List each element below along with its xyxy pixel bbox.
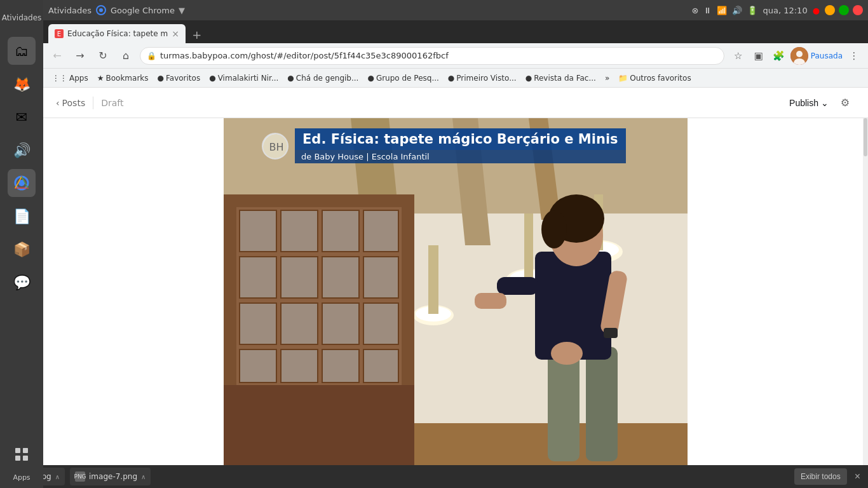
star-button[interactable]: ☆: [729, 47, 747, 65]
author-avatar: BH: [262, 133, 288, 159]
svg-rect-32: [363, 210, 398, 252]
browser-name: Google Chrome: [111, 6, 175, 15]
screenshot-button[interactable]: ▣: [750, 47, 768, 65]
title-bar: Atividades Google Chrome ▼ ⊗ ⏸ 📶 🔊 🔋 qua…: [43, 0, 868, 20]
svg-rect-56: [604, 328, 618, 338]
bookmarks-bar: ⋮⋮ Apps ★ Bookmarks ● Favoritos ● Vimala…: [43, 69, 868, 88]
reload-button[interactable]: ↻: [94, 47, 112, 65]
svg-point-51: [541, 210, 567, 248]
svg-rect-5: [23, 456, 28, 461]
writer-icon[interactable]: 📄: [8, 202, 36, 230]
post-featured-image: [224, 118, 688, 480]
svg-rect-33: [240, 257, 276, 298]
taskbar: Atividades 🗂 🦊 ✉ 🔊 📄 📦: [0, 0, 43, 488]
post-header-overlay: BH Ed. Física: tapete mágico Berçário e …: [224, 123, 688, 163]
svg-rect-44: [363, 349, 398, 383]
tab-title: Educação Física: tapete m: [67, 29, 168, 38]
bookmarks-bookmarks[interactable]: ★ Bookmarks: [93, 72, 153, 84]
svg-rect-47: [586, 347, 618, 461]
posts-back-link[interactable]: ‹ Posts: [56, 98, 85, 108]
svg-rect-35: [322, 257, 359, 298]
editor-body: BH Ed. Física: tapete mágico Berçário e …: [43, 118, 868, 488]
svg-rect-43: [322, 349, 359, 383]
bookmarks-primeiro[interactable]: ● Primeiro Visto...: [444, 72, 520, 84]
svg-rect-38: [281, 303, 318, 344]
bookmarks-grupo[interactable]: ● Grupo de Pesq...: [363, 72, 442, 84]
forward-button[interactable]: →: [71, 47, 89, 65]
address-bar: ← → ↻ ⌂ 🔒 turmas.babypoa.com/ghost/#/edi…: [43, 43, 868, 69]
svg-rect-4: [15, 456, 20, 461]
page-content: ‹ Posts Draft Publish ⌄ ⚙: [43, 88, 868, 488]
url-bar[interactable]: 🔒 turmas.babypoa.com/ghost/#/editor/post…: [140, 47, 724, 65]
bookmarks-more[interactable]: »: [601, 72, 613, 84]
editor-scrollbar[interactable]: [863, 118, 868, 488]
menu-button[interactable]: ⋮: [845, 47, 863, 65]
bookmarks-outros[interactable]: 📁 Outros favoritos: [614, 72, 695, 84]
new-tab-button[interactable]: +: [188, 25, 206, 43]
svg-point-9: [796, 51, 803, 57]
editor-toolbar: ‹ Posts Draft Publish ⌄ ⚙: [43, 88, 868, 118]
chrome-taskbar-icon[interactable]: [8, 169, 36, 197]
tab-close-button[interactable]: ×: [172, 29, 179, 39]
svg-point-7: [99, 8, 103, 12]
activities-button[interactable]: Atividades: [8, 4, 36, 32]
minimize-button[interactable]: [825, 5, 835, 15]
apps-bookmark-label: Apps: [69, 74, 88, 83]
show-all-downloads-button[interactable]: Exibir todos: [794, 468, 847, 485]
svg-rect-23: [524, 214, 533, 279]
svg-rect-52: [497, 277, 538, 295]
home-button[interactable]: ⌂: [117, 47, 135, 65]
image7-filename: image-7.png: [89, 472, 137, 481]
back-arrow: ‹: [56, 98, 60, 108]
chat-icon[interactable]: 💬: [8, 268, 36, 296]
svg-point-55: [551, 342, 583, 365]
settings-button[interactable]: ⚙: [835, 93, 855, 113]
svg-rect-53: [475, 293, 506, 309]
toolbar-separator: [93, 97, 93, 109]
activity-label: Atividades: [48, 6, 92, 15]
maximize-button[interactable]: [839, 5, 849, 15]
close-button[interactable]: [853, 5, 863, 15]
bookmarks-apps[interactable]: ⋮⋮ Apps: [48, 72, 92, 84]
files-icon[interactable]: 🗂: [8, 37, 36, 65]
mail-icon[interactable]: ✉: [8, 103, 36, 131]
image7-arrow[interactable]: ∧: [141, 473, 146, 480]
grid-apps-button[interactable]: [8, 440, 36, 468]
clock: qua, 12:10: [763, 6, 807, 15]
svg-rect-30: [281, 210, 318, 252]
ccx-arrow[interactable]: ∧: [55, 473, 60, 480]
firefox-icon[interactable]: 🦊: [8, 70, 36, 98]
bookmarks-vimalakirti[interactable]: ● Vimalakirti Nir...: [205, 72, 282, 84]
active-tab[interactable]: E Educação Física: tapete m ×: [48, 24, 186, 43]
draft-status: Draft: [101, 98, 123, 108]
bookmarks-cha[interactable]: ● Chá de gengib...: [283, 72, 362, 84]
image7-file-icon: PNG: [75, 471, 85, 482]
svg-rect-20: [428, 245, 438, 314]
posts-label: Posts: [62, 98, 86, 108]
back-button[interactable]: ←: [48, 47, 66, 65]
tab-bar: E Educação Física: tapete m × +: [43, 20, 868, 43]
download-bar: JPG ccx.jpg ∧ PNG image-7.png ∧ Exibir t…: [0, 465, 868, 488]
publish-button[interactable]: Publish ⌄: [789, 98, 829, 108]
browser-window: Atividades Google Chrome ▼ ⊗ ⏸ 📶 🔊 🔋 qua…: [43, 0, 868, 488]
url-text: turmas.babypoa.com/ghost/#/editor/post/5…: [160, 51, 717, 60]
close-download-bar-button[interactable]: ×: [852, 471, 863, 482]
sound-icon[interactable]: 🔊: [8, 136, 36, 164]
svg-text:BH: BH: [269, 141, 283, 153]
profile-name: Pausada: [811, 51, 843, 60]
post-author: de Baby House | Escola Infantil: [295, 150, 626, 163]
scrollbar-thumb[interactable]: [864, 118, 867, 156]
svg-rect-36: [363, 257, 398, 298]
room-svg: [224, 118, 688, 480]
download-item-image7[interactable]: PNG image-7.png ∧: [70, 468, 151, 485]
extensions-button[interactable]: 🧩: [770, 47, 788, 65]
svg-rect-40: [363, 303, 398, 344]
post-title: Ed. Física: tapete mágico Berçário e Min…: [295, 128, 626, 150]
profile-button[interactable]: [790, 47, 808, 65]
bookmarks-favoritos[interactable]: ● Favoritos: [154, 72, 205, 84]
dropbox-icon[interactable]: 📦: [8, 235, 36, 263]
svg-rect-2: [15, 448, 20, 453]
chrome-title-icon: [95, 4, 107, 16]
svg-rect-41: [240, 349, 276, 383]
bookmarks-revista[interactable]: ● Revista da Fac...: [522, 72, 600, 84]
